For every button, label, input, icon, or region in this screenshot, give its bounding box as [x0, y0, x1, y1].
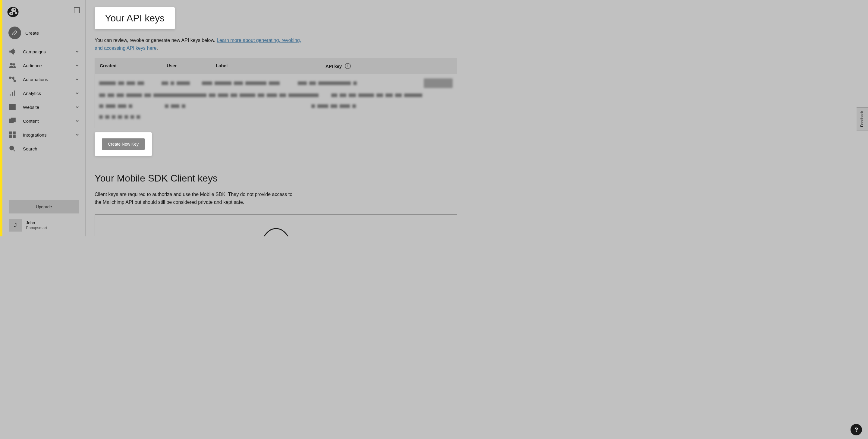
col-apikey-label: API key	[326, 64, 342, 69]
svg-point-16	[10, 146, 13, 150]
sdk-description: Client keys are required to authorize an…	[95, 191, 300, 206]
sidebar-item-search[interactable]: Search	[2, 142, 85, 155]
svg-point-7	[9, 77, 11, 78]
info-icon[interactable]: i	[345, 63, 351, 69]
sidebar-item-audience[interactable]: Audience	[2, 58, 85, 72]
col-label: Label	[211, 58, 321, 74]
user-name: John	[26, 221, 47, 226]
feedback-button[interactable]: Feedback	[857, 107, 868, 131]
people-icon	[8, 61, 16, 69]
nav-label: Automations	[23, 77, 75, 82]
flow-icon	[8, 76, 16, 83]
nav-label: Website	[23, 105, 75, 110]
nav: Create Campaigns Audience Automations	[2, 22, 85, 196]
sidebar-collapse-icon[interactable]	[74, 7, 80, 13]
accent-strip	[0, 0, 2, 236]
website-icon	[8, 103, 16, 111]
nav-label: Integrations	[23, 133, 75, 138]
upgrade-button[interactable]: Upgrade	[9, 200, 79, 213]
sidebar-item-analytics[interactable]: Analytics	[2, 86, 85, 100]
sidebar-item-automations[interactable]: Automations	[2, 72, 85, 86]
sidebar-item-create[interactable]: Create	[2, 24, 85, 42]
description-end: .	[156, 46, 158, 51]
svg-point-4	[10, 13, 11, 14]
col-created: Created	[95, 58, 162, 74]
description-text: You can review, revoke or generate new A…	[95, 38, 217, 43]
table-body-redacted	[95, 74, 457, 128]
svg-rect-15	[13, 136, 16, 138]
sidebar-item-website[interactable]: Website	[2, 100, 85, 114]
user-org: Popupsmart	[26, 226, 47, 230]
sidebar-item-content[interactable]: Content	[2, 114, 85, 128]
svg-rect-12	[9, 132, 12, 134]
user-profile[interactable]: J John Popupsmart	[9, 219, 79, 232]
main-content: Your API keys You can review, revoke or …	[86, 0, 468, 236]
nav-label: Search	[23, 146, 79, 151]
chevron-down-icon	[75, 119, 79, 123]
nav-label: Campaigns	[23, 49, 75, 54]
search-icon	[8, 145, 16, 152]
grid-icon	[8, 131, 16, 139]
svg-point-6	[13, 64, 15, 65]
sidebar-item-campaigns[interactable]: Campaigns	[2, 45, 85, 58]
create-new-key-button[interactable]: Create New Key	[102, 138, 145, 150]
sdk-empty-state	[95, 214, 457, 236]
chart-icon	[8, 89, 16, 97]
col-apikey: API key i	[321, 58, 457, 74]
svg-rect-14	[9, 136, 12, 138]
avatar: J	[9, 219, 22, 232]
page-title: Your API keys	[95, 7, 175, 29]
row-action-button[interactable]	[424, 78, 453, 88]
megaphone-icon	[8, 48, 16, 56]
nav-label: Analytics	[23, 91, 75, 96]
chevron-down-icon	[75, 133, 79, 137]
pencil-icon	[8, 27, 21, 39]
svg-rect-11	[11, 118, 16, 122]
mailchimp-logo[interactable]	[7, 5, 19, 18]
svg-point-2	[13, 9, 15, 10]
chevron-down-icon	[75, 63, 79, 67]
chevron-down-icon	[75, 50, 79, 54]
nav-label: Audience	[23, 63, 75, 68]
api-description: You can review, revoke or generate new A…	[95, 36, 306, 52]
api-keys-table: Created User Label API key i	[95, 58, 457, 128]
sdk-section-title: Your Mobile SDK Client keys	[95, 173, 459, 184]
sidebar-item-integrations[interactable]: Integrations	[2, 128, 85, 142]
nav-label: Create	[25, 30, 79, 36]
content-icon	[8, 117, 16, 125]
chevron-down-icon	[75, 105, 79, 109]
nav-label: Content	[23, 118, 75, 124]
svg-rect-13	[13, 132, 16, 134]
svg-point-8	[14, 80, 16, 82]
table-header: Created User Label API key i	[95, 58, 457, 74]
chevron-down-icon	[75, 77, 79, 81]
col-user: User	[162, 58, 211, 74]
chevron-down-icon	[75, 91, 79, 95]
sidebar: Create Campaigns Audience Automations	[2, 0, 86, 236]
svg-point-5	[10, 63, 13, 65]
egg-illustration	[253, 226, 299, 236]
